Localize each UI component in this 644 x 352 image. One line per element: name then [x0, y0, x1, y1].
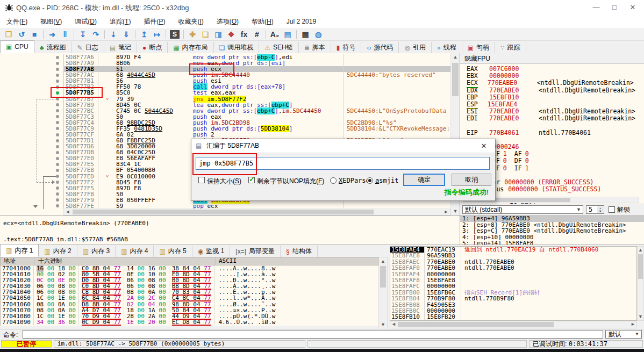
modules-icon[interactable]: ▤	[281, 29, 294, 40]
instruction-dot-icon[interactable]	[56, 175, 59, 178]
breakpoint-gutter[interactable]	[0, 102, 63, 108]
instruction-dot-icon[interactable]	[56, 151, 59, 154]
tab-内存布局[interactable]: ▦内存布局	[168, 42, 213, 53]
instruction-dot-icon[interactable]	[56, 169, 59, 172]
tab-SEH链[interactable]: ⚠SEH链	[259, 42, 298, 53]
pause-icon[interactable]: ‖	[59, 29, 71, 40]
instruction-dot-icon[interactable]	[56, 127, 59, 130]
tab-断点[interactable]: ●断点	[137, 42, 168, 53]
breakpoint-gutter[interactable]	[0, 72, 63, 78]
menu-item[interactable]: 插件(P)	[137, 17, 171, 26]
stack-row[interactable]: 15E8FB1015E8FB20	[390, 314, 636, 320]
instruction-dot-icon[interactable]	[56, 68, 59, 71]
breakpoint-gutter[interactable]	[0, 96, 63, 102]
tab-脚本[interactable]: ≣脚本	[299, 42, 331, 53]
stack-row[interactable]: 15E8FB04770B9F80ntdll.770B9F80	[390, 296, 636, 301]
breakpoint-gutter[interactable]	[0, 203, 63, 209]
instruction-dot-icon[interactable]	[56, 115, 59, 118]
comment-icon[interactable]: ❏	[199, 29, 212, 40]
instruction-dot-icon[interactable]	[56, 198, 59, 202]
register-row[interactable]: EBP15E8FB10	[467, 94, 642, 101]
register-row[interactable]: EIP770B4061ntdll.770B4061	[467, 130, 642, 137]
instruction-dot-icon[interactable]	[56, 103, 59, 106]
tab-监视 1[interactable]: ◉监视 1	[192, 246, 231, 257]
breakpoint-gutter[interactable]	[0, 78, 63, 84]
breakpoint-gutter[interactable]	[0, 138, 63, 143]
tab-内存 4[interactable]: ▥内存 4	[116, 246, 154, 257]
breakpoint-gutter[interactable]	[0, 120, 63, 126]
disasm-hscrollbar[interactable]: ◄ ►	[63, 209, 450, 215]
stack-pane[interactable]: 15E8FAE4770EAC19返回到 ntdll.770EAC19 自 ntd…	[390, 246, 637, 321]
tab-内存 3[interactable]: ▥内存 3	[77, 246, 116, 257]
breakpoint-gutter[interactable]	[0, 90, 63, 96]
breakpoint-gutter[interactable]	[0, 161, 63, 167]
syscall-icon[interactable]: S	[170, 30, 180, 39]
register-row[interactable]: EDX770EABE0<ntdll.DbgUiRemoteBreakin>	[467, 87, 642, 94]
command-script-select[interactable]: 默认▼	[605, 330, 642, 339]
memory-vscrollbar[interactable]: ▲ ▼	[378, 257, 388, 329]
tab-笔记[interactable]: ▤笔记	[104, 42, 137, 53]
menu-item[interactable]: 文件(F)	[0, 17, 34, 26]
command-input[interactable]	[23, 330, 603, 339]
label-icon[interactable]: ◨	[212, 29, 225, 40]
hide-fpu-button[interactable]: 隐藏FPU	[460, 53, 644, 64]
function-icon[interactable]: fx	[238, 29, 251, 40]
disasm-row[interactable]: 5D8F77FE59pop ecx	[0, 203, 450, 209]
keep-size-checkbox[interactable]: 保持大小(S)	[198, 177, 241, 185]
tab-日志[interactable]: ✎日志	[72, 42, 104, 53]
stack-hscrollbar[interactable]: ◄ ►	[390, 321, 637, 328]
tab-线程[interactable]: »线程	[432, 42, 462, 53]
instruction-dot-icon[interactable]	[56, 85, 59, 89]
instruction-dot-icon[interactable]	[56, 139, 59, 142]
instruction-dot-icon[interactable]	[56, 56, 59, 59]
instruction-dot-icon[interactable]	[56, 97, 59, 100]
breakpoint-gutter[interactable]	[0, 126, 63, 132]
tab-流程图[interactable]: ♣流程图	[34, 42, 72, 53]
xedparse-radio[interactable]: XEDParse	[330, 177, 370, 184]
tab-内存 5[interactable]: ▥内存 5	[154, 246, 192, 257]
breakpoint-gutter[interactable]	[0, 60, 63, 66]
stop-icon[interactable]: ■	[28, 29, 41, 40]
instruction-dot-icon[interactable]	[56, 62, 59, 65]
asmjit-radio[interactable]: asmjit	[367, 177, 398, 184]
tab-调用堆栈[interactable]: ❏调用堆栈	[214, 42, 260, 53]
breakpoint-gutter[interactable]	[0, 132, 63, 138]
breakpoint-gutter[interactable]	[0, 66, 63, 72]
bookmark-icon[interactable]: ❖	[225, 29, 238, 40]
tab-内存 2[interactable]: ▥内存 2	[39, 246, 77, 257]
stack-arg-row[interactable]: 1: [esp+4] 96A59BB3	[460, 215, 644, 222]
dialog-title-bar[interactable]: ▤ 汇编于 5D8F77AB	[191, 139, 495, 153]
tab-源代码[interactable]: ‹›源代码	[361, 42, 399, 53]
breakpoint-gutter[interactable]	[0, 84, 63, 90]
instruction-dot-icon[interactable]	[56, 181, 59, 184]
cancel-button[interactable]: 取消	[452, 174, 491, 186]
ok-button[interactable]: 确定	[403, 174, 445, 186]
instruction-dot-icon[interactable]	[56, 80, 59, 83]
breakpoint-gutter[interactable]	[0, 167, 63, 173]
fill-nop-checkbox[interactable]: 剩余字节以NOP填充(F)	[248, 177, 324, 185]
breakpoint-gutter[interactable]	[0, 197, 63, 203]
string-icon[interactable]: #	[251, 29, 263, 40]
instruction-dot-icon[interactable]	[56, 204, 59, 207]
instruction-dot-icon[interactable]	[56, 121, 59, 124]
menu-item[interactable]: 追踪(T)	[103, 17, 137, 26]
register-row[interactable]: ECX770EABE0<ntdll.DbgUiRemoteBreakin>	[467, 80, 642, 87]
breakpoint-gutter[interactable]	[0, 149, 63, 155]
menu-item[interactable]: 选项(O)	[210, 17, 245, 26]
memory-dump-table[interactable]: 7704100016 00 18 00C0 8B 04 7714 00 16 0…	[0, 265, 378, 326]
assemble-instruction-input[interactable]: jmp 0x5D8F77B5	[196, 157, 490, 170]
maximize-button[interactable]: □	[605, 0, 624, 15]
menu-item[interactable]: 调试(D)	[68, 17, 103, 26]
menu-item[interactable]: 收藏夹(I)	[171, 17, 210, 26]
unlock-checkbox[interactable]: 解锁	[609, 205, 630, 214]
tab-CPU[interactable]: ▣CPU	[0, 40, 34, 53]
breakpoint-gutter[interactable]	[0, 114, 63, 120]
instruction-dot-icon[interactable]	[56, 109, 59, 112]
restart-icon[interactable]: ↺	[15, 29, 28, 40]
tab-局部变量[interactable]: [x=]局部变量	[230, 246, 281, 257]
tab-符号[interactable]: ▮符号	[331, 42, 362, 53]
breakpoint-gutter[interactable]	[0, 155, 63, 161]
breakpoint-gutter[interactable]	[0, 143, 63, 149]
minimize-button[interactable]: —	[587, 0, 605, 15]
open-file-icon[interactable]: ❐	[2, 29, 15, 40]
